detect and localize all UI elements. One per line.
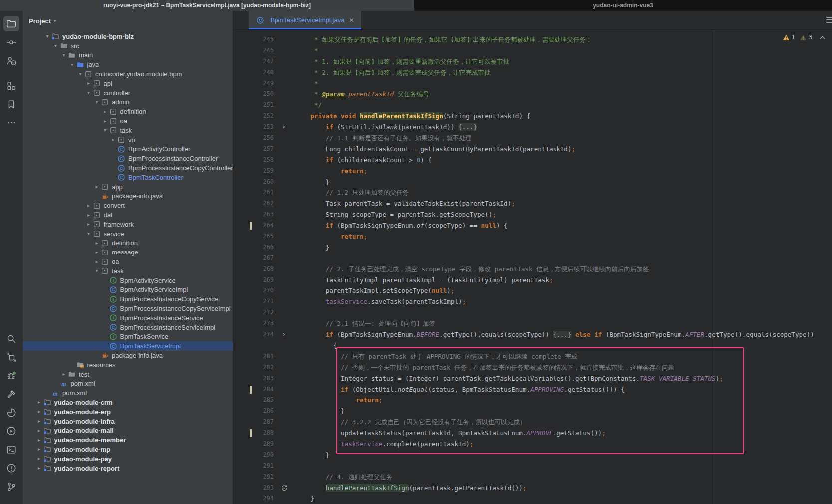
code-line-289[interactable]: 289 taskService.complete(parentTaskId); [233,439,832,450]
tree-item-admin[interactable]: ▾admin [23,98,233,107]
tree-item-yudao-module-mall[interactable]: ▸yudao-module-mall [23,426,233,435]
code-line-282[interactable]: 282 // 否则，一个未审批的 parentTask 任务，在加签出来的任务都… [233,362,832,373]
line-number[interactable]: 251 [233,100,274,111]
tree-item-service[interactable]: ▾service [23,229,233,239]
line-number[interactable]: 265 [233,231,274,242]
tab-list-menu-icon[interactable] [826,17,832,24]
code-line-274[interactable]: 274› if (BpmTaskSignTypeEnum.BEFORE.getT… [233,329,832,340]
chevron-right-icon[interactable]: ▸ [85,79,93,87]
line-number[interactable]: 245 [233,34,274,45]
chevron-down-icon[interactable]: ▾ [85,89,93,97]
line-number[interactable]: 291 [233,461,274,472]
line-number[interactable]: 289 [233,439,274,450]
tree-item-app[interactable]: ▸app [23,182,233,192]
chevron-right-icon[interactable]: ▸ [109,136,117,144]
vcs-change-marker[interactable] [250,429,252,437]
tree-item-yudao-module-member[interactable]: ▸yudao-module-member [23,435,233,445]
chevron-down-icon[interactable]: ▾ [68,61,76,69]
line-number[interactable]: 287 [233,417,274,428]
tree-item-yudao-module-erp[interactable]: ▸yudao-module-erp [23,407,233,417]
code-line-273[interactable]: 273 // 3.1 情况一: 处理向【向前】加签 [233,318,832,329]
tree-item-bpmprocessinstancecopycontroller[interactable]: CBpmProcessInstanceCopyController [23,163,233,173]
chevron-down-icon[interactable]: ▾ [93,98,101,106]
line-number[interactable]: 264 [233,220,274,231]
tree-item-yudao-module-bpm-biz[interactable]: ▾yudao-module-bpm-biz [23,32,233,41]
code-line-294[interactable]: 294 } [233,493,832,504]
code-line-287[interactable]: 287 // 3.2.2 完成自己（因为它已经没有子任务，所以也可以完成） [233,417,832,428]
chevron-right-icon[interactable]: ▸ [35,455,43,463]
chevron-right-icon[interactable]: ▸ [85,220,93,228]
project-folder-icon[interactable] [3,16,19,31]
code-line-245[interactable]: 245 * 如果父任务是有前后【加签】的任务，如果它【加签】出来的子任务都被处理… [233,34,832,45]
chevron-down-icon[interactable]: ▾ [93,267,101,275]
tree-item-bpmactivitycontroller[interactable]: CBpmActivityController [23,145,233,154]
chevron-right-icon[interactable]: ▸ [93,239,101,247]
code-editor[interactable]: 245 * 如果父任务是有前后【加签】的任务，如果它【加签】出来的子任务都被处理… [233,30,832,504]
tree-item-src[interactable]: ▾src [23,41,233,51]
tree-item-pom-xml[interactable]: mpom.xml [23,388,233,398]
tree-item-bpmactivityserviceimpl[interactable]: CBpmActivityServiceImpl [23,285,233,295]
line-number[interactable]: 249 [233,78,274,89]
line-number[interactable]: 270 [233,285,274,296]
terminal-icon[interactable] [3,442,19,457]
debug-icon[interactable] [3,368,19,383]
code-line-284[interactable]: 284 if (ObjectUtil.notEqual(status, BpmT… [233,384,832,395]
code-line-293[interactable]: 293 handleParentTaskIfSign(parentTask.ge… [233,483,832,494]
line-number[interactable]: 250 [233,89,274,100]
line-number[interactable]: 288 [233,428,274,439]
chevron-right-icon[interactable]: ▸ [101,117,109,125]
line-number[interactable]: 269 [233,275,274,286]
chevron-up-icon[interactable] [820,34,825,41]
tree-item-java[interactable]: ▾java [23,60,233,69]
chevron-right-icon[interactable]: ▸ [35,436,43,444]
tree-item-package-info-java[interactable]: package-info.java [23,192,233,201]
code-line-257[interactable]: 257 Long childrenTaskCount = getTaskCoun… [233,144,832,155]
search-icon[interactable] [3,331,19,346]
tree-item-yudao-module-infra[interactable]: ▸yudao-module-infra [23,417,233,426]
code-line-265[interactable]: 265 return; [233,231,832,242]
chevron-right-icon[interactable]: ▸ [35,427,43,435]
code-line-291[interactable]: 291 [233,461,832,472]
code-line-285[interactable]: 285 return; [233,395,832,406]
code-line-271[interactable]: 271 taskService.saveTask(parentTaskImpl)… [233,296,832,307]
tree-item-bpmtaskcontroller[interactable]: CBpmTaskController [23,173,233,182]
build-icon[interactable] [3,386,19,402]
tree-item-resources[interactable]: resources [23,360,233,370]
close-icon[interactable]: ✕ [349,17,354,24]
tree-item-yudao-module-crm[interactable]: ▸yudao-module-crm [23,398,233,407]
line-number[interactable]: 285 [233,395,274,406]
tree-item-bpmprocessinstancecopyserviceimpl[interactable]: CBpmProcessInstanceCopyServiceImpl [23,304,233,313]
vcs-change-marker[interactable] [250,222,252,230]
code-line-269[interactable]: 269 TaskEntityImpl parentTaskImpl = (Tas… [233,275,832,286]
line-number[interactable]: 257 [233,144,274,155]
code-line-268[interactable]: 268 // 2. 子任务已处理完成，清空 scopeType 字段，修改 pa… [233,264,832,275]
line-number[interactable]: 283 [233,373,274,384]
code-line-wrap[interactable]: { [233,340,832,351]
code-line-292[interactable]: 292 // 4. 递归处理父任务 [233,472,832,483]
code-line-281[interactable]: 281 // 只有 parentTask 处于 APPROVING 的情况下，才… [233,351,832,362]
code-line-246[interactable]: 246 * [233,45,832,56]
chevron-down-icon[interactable]: ▾ [43,32,51,40]
line-number[interactable]: 282 [233,362,274,373]
fold-expand-icon[interactable]: › [275,329,293,340]
line-number[interactable]: 261 [233,187,274,198]
tree-item-oa[interactable]: ▸oa [23,116,233,126]
code-line-262[interactable]: 262 Task parentTask = validateTaskExist(… [233,198,832,209]
tree-item-api[interactable]: ▸api [23,79,233,88]
line-number[interactable]: 252 [233,111,274,122]
chevron-right-icon[interactable]: ▸ [35,445,43,453]
chevron-right-icon[interactable]: ▸ [35,398,43,406]
code-line-249[interactable]: 249 * [233,78,832,89]
problems-icon[interactable] [3,460,19,476]
line-number[interactable]: 267 [233,253,274,264]
chevron-down-icon[interactable]: ▾ [54,18,56,23]
chevron-right-icon[interactable]: ▸ [85,202,93,210]
chevron-right-icon[interactable]: ▸ [35,464,43,472]
profiler-icon[interactable] [3,405,19,420]
chevron-right-icon[interactable]: ▸ [60,370,68,378]
line-number[interactable]: 260 [233,177,274,188]
tree-item-bpmtaskservice[interactable]: IBpmTaskService [23,332,233,342]
tree-item-cn-iocoder-yudao-module-bpm[interactable]: ▾cn.iocoder.yudao.module.bpm [23,69,233,79]
tree-item-bpmprocessinstancecontroller[interactable]: CBpmProcessInstanceController [23,154,233,163]
line-number[interactable]: 272 [233,307,274,318]
